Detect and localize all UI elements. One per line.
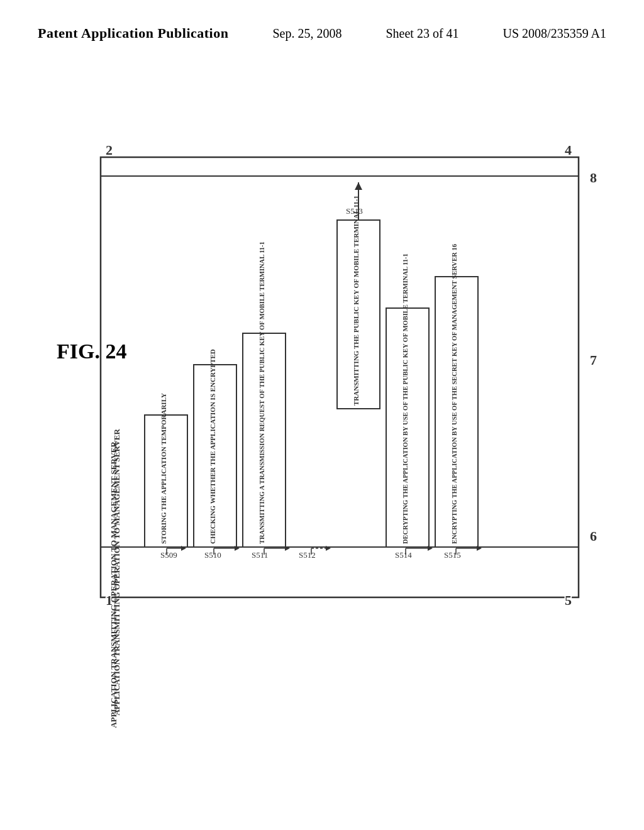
right-label-8: 8	[590, 170, 597, 185]
s514-label: S514	[395, 550, 412, 560]
right-label-7: 7	[590, 352, 597, 368]
s509-label: S509	[160, 550, 177, 560]
s511-text: TRANSMITTING A TRANSMISSION REQUEST OF T…	[258, 241, 265, 544]
s509-text: STORING THE APPLICATION TEMPORARILY	[160, 393, 167, 544]
s511-label: S511	[252, 550, 268, 560]
s512-label: S512	[299, 550, 316, 560]
s510-text: CHECKING WHETHER THE APPLICATION IS ENCR…	[209, 349, 216, 544]
s514-text: DECRYPTING THE APPLICATION BY USE OF THE…	[402, 253, 409, 544]
vertical-label: APPLICATION TRANSMITTING OPERATION TO MA…	[112, 429, 121, 716]
patent-title: Patent Application Publication	[38, 25, 228, 42]
s513-text: TRANSMITTING THE PUBLIC KEY OF MOBILE TE…	[352, 196, 360, 406]
figure-label: FIG. 24	[57, 340, 126, 363]
s513-label: S513	[346, 206, 363, 216]
outer-box	[101, 157, 579, 597]
sheet-info: Sheet 23 of 41	[386, 26, 458, 41]
svg-text:5: 5	[565, 592, 572, 608]
svg-text:4: 4	[565, 142, 572, 158]
right-label-6: 6	[590, 528, 597, 544]
s515-text: ENCRYPTING THE APPLICATION BY USE OF THE…	[451, 244, 458, 544]
s510-label: S510	[204, 550, 221, 560]
svg-text:2: 2	[106, 142, 113, 158]
patent-number: US 2008/235359 A1	[503, 26, 606, 41]
svg-marker-20	[355, 182, 362, 190]
publication-date: Sep. 25, 2008	[272, 26, 341, 41]
s515-label: S515	[444, 550, 461, 560]
